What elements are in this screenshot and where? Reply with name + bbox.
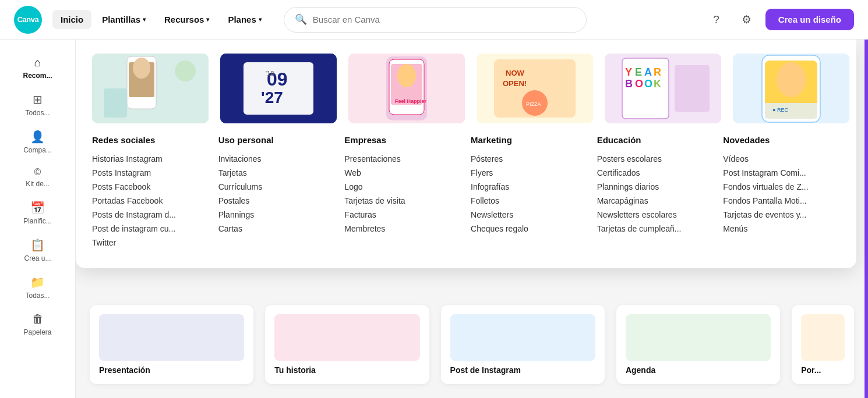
menu-item[interactable]: Post Instagram Comi... bbox=[723, 166, 840, 180]
help-icon: ? bbox=[713, 13, 719, 26]
menu-item[interactable]: Logo bbox=[344, 180, 461, 194]
gear-icon: ⚙ bbox=[742, 13, 751, 26]
menu-item[interactable]: Fondos Pantalla Moti... bbox=[723, 194, 840, 208]
col-redes-sociales: Redes sociales Historias Instagram Posts… bbox=[92, 135, 218, 250]
nav-recursos[interactable]: Recursos ▾ bbox=[156, 10, 217, 29]
menu-item[interactable]: Historias Instagram bbox=[92, 152, 209, 166]
col-novedades: Novedades Vídeos Post Instagram Comi... … bbox=[723, 135, 840, 250]
thumb-business[interactable]: Feel Happier bbox=[348, 54, 465, 123]
menu-item[interactable]: Web bbox=[344, 166, 461, 180]
menu-item[interactable]: Newsletters bbox=[471, 208, 588, 222]
sidebar-item-shared[interactable]: 👤 Compa... bbox=[5, 124, 70, 160]
bottom-card-agenda[interactable]: Agenda bbox=[616, 305, 780, 384]
help-button[interactable]: ? bbox=[705, 8, 728, 31]
svg-text:Feel Happier: Feel Happier bbox=[395, 98, 427, 104]
card-label: Tu historia bbox=[274, 365, 419, 375]
sidebar-item-trash[interactable]: 🗑 Papelera bbox=[5, 307, 70, 342]
top-nav: Canva Inicio Plantillas ▾ Recursos ▾ Pla… bbox=[0, 0, 868, 40]
bottom-card-instagram[interactable]: Post de Instagram bbox=[441, 305, 605, 384]
nav-inicio[interactable]: Inicio bbox=[52, 10, 91, 29]
home-icon: ⌂ bbox=[34, 56, 41, 69]
svg-text:'18: '18 bbox=[266, 70, 274, 77]
menu-item[interactable]: Folletos bbox=[471, 194, 588, 208]
menu-item[interactable]: Presentaciones bbox=[344, 152, 461, 166]
svg-text:PIZZA: PIZZA bbox=[526, 101, 541, 107]
menu-item[interactable]: Postales bbox=[218, 194, 336, 208]
menu-item[interactable]: Tarjetas bbox=[218, 166, 336, 180]
thumb-marketing[interactable]: NOW OPEN! PIZZA bbox=[477, 54, 593, 123]
nav-planes[interactable]: Planes ▾ bbox=[220, 10, 269, 29]
menu-item[interactable]: Plannings diarios bbox=[597, 180, 714, 194]
svg-text:A: A bbox=[644, 66, 652, 78]
thumb-social[interactable] bbox=[92, 54, 209, 123]
menu-item[interactable]: Tarjetas de eventos y... bbox=[723, 208, 840, 222]
menu-item[interactable]: Posts Facebook bbox=[92, 180, 209, 194]
menu-item[interactable]: Plannings bbox=[218, 208, 336, 222]
create-icon: 📋 bbox=[30, 238, 45, 252]
svg-text:R: R bbox=[654, 66, 661, 78]
col-marketing: Marketing Pósteres Flyers Infografías Fo… bbox=[471, 135, 597, 250]
sidebar-item-folders[interactable]: 📁 Todas... bbox=[5, 269, 70, 305]
thumb-news[interactable]: ● REC bbox=[733, 54, 849, 123]
menu-item[interactable]: Flyers bbox=[471, 166, 588, 180]
create-design-button[interactable]: Crea un diseño bbox=[765, 9, 854, 30]
trash-icon: 🗑 bbox=[32, 312, 44, 326]
menu-item[interactable]: Currículums bbox=[218, 180, 336, 194]
menu-item[interactable]: Cheques regalo bbox=[471, 222, 588, 236]
menu-item[interactable]: Certificados bbox=[597, 166, 714, 180]
menu-item[interactable]: Vídeos bbox=[723, 152, 840, 166]
bottom-card-historia[interactable]: Tu historia bbox=[265, 305, 429, 384]
sidebar-item-label: Papelera bbox=[23, 328, 51, 336]
menu-item[interactable]: Invitaciones bbox=[218, 152, 336, 166]
svg-rect-4 bbox=[104, 88, 127, 118]
search-input[interactable] bbox=[313, 15, 576, 24]
svg-text:O: O bbox=[635, 78, 643, 90]
svg-text:NOW: NOW bbox=[506, 69, 525, 77]
sidebar-item-schedule[interactable]: 📅 Planific... bbox=[5, 195, 70, 231]
thumb-personal[interactable]: 09 '27 '18 bbox=[220, 54, 337, 123]
content-area: 09 '27 '18 Feel Happier bbox=[76, 40, 868, 398]
canva-logo[interactable]: Canva bbox=[14, 6, 42, 34]
menu-item[interactable]: Posts Instagram bbox=[92, 166, 209, 180]
svg-point-3 bbox=[133, 58, 150, 79]
thumb-edu[interactable]: Y E A R B O O K bbox=[605, 54, 721, 123]
menu-item[interactable]: Fondos virtuales de Z... bbox=[723, 180, 840, 194]
menu-item[interactable]: Newsletters escolares bbox=[597, 208, 714, 222]
bottom-card-more[interactable]: Por... bbox=[792, 305, 854, 384]
svg-point-15 bbox=[397, 64, 416, 87]
menu-item[interactable]: Posters escolares bbox=[597, 152, 714, 166]
svg-text:E: E bbox=[635, 66, 642, 78]
folder-icon: 📁 bbox=[30, 275, 45, 289]
bottom-card-presentacion[interactable]: Presentación bbox=[90, 305, 253, 384]
svg-text:● REC: ● REC bbox=[772, 107, 788, 113]
menu-item[interactable]: Infografías bbox=[471, 180, 588, 194]
menu-item[interactable]: Post de instagram cu... bbox=[92, 222, 209, 236]
menu-item[interactable]: Marcapáginas bbox=[597, 194, 714, 208]
menu-item[interactable]: Portadas Facebook bbox=[92, 194, 209, 208]
sidebar-item-kit[interactable]: © Kit de... bbox=[5, 161, 70, 194]
sidebar-item-label: Crea u... bbox=[24, 254, 51, 262]
menu-item[interactable]: Posts de Instagram d... bbox=[92, 208, 209, 222]
card-label: Presentación bbox=[99, 365, 244, 375]
svg-text:O: O bbox=[644, 78, 652, 90]
menu-item[interactable]: Twitter bbox=[92, 236, 209, 250]
sidebar-item-label: Todos... bbox=[25, 109, 50, 117]
nav-plantillas[interactable]: Plantillas ▾ bbox=[94, 10, 154, 29]
menu-item[interactable]: Menús bbox=[723, 222, 840, 236]
menu-item[interactable]: Facturas bbox=[344, 208, 461, 222]
menu-item[interactable]: Tarjetas de visita bbox=[344, 194, 461, 208]
menu-item[interactable]: Tarjetas de cumpleañ... bbox=[597, 222, 714, 236]
sidebar-item-all[interactable]: ⊞ Todos... bbox=[5, 87, 70, 123]
sidebar: ⌂ Recom... ⊞ Todos... 👤 Compa... © Kit d… bbox=[0, 40, 76, 398]
kit-icon: © bbox=[34, 167, 41, 177]
menu-item[interactable]: Membretes bbox=[344, 222, 461, 236]
sidebar-item-home[interactable]: ⌂ Recom... bbox=[5, 50, 70, 86]
shared-icon: 👤 bbox=[30, 130, 45, 144]
sidebar-item-label: Kit de... bbox=[26, 180, 50, 188]
menu-item[interactable]: Cartas bbox=[218, 222, 336, 236]
plantillas-chevron-icon: ▾ bbox=[143, 16, 146, 23]
sidebar-item-create[interactable]: 📋 Crea u... bbox=[5, 232, 70, 268]
settings-button[interactable]: ⚙ bbox=[735, 8, 758, 31]
menu-item[interactable]: Pósteres bbox=[471, 152, 588, 166]
search-bar: 🔍 bbox=[284, 7, 587, 33]
